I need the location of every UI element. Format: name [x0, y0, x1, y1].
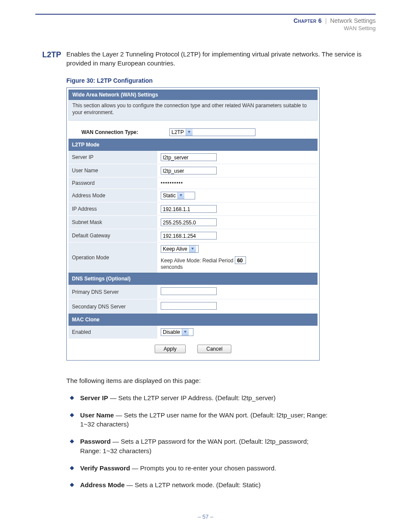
button-row: Apply Cancel — [67, 345, 319, 353]
primary-dns-input[interactable] — [161, 287, 217, 295]
address-mode-value: Static — [161, 192, 177, 199]
address-mode-label: Address Mode — [68, 189, 157, 202]
row-server-ip: Server IP l2tp_server — [68, 151, 318, 164]
secondary-dns-label: Secondary DNS Server — [68, 299, 157, 314]
form-table: L2TP Mode Server IP l2tp_server User Nam… — [68, 139, 318, 339]
subsection-label: WAN Setting — [35, 25, 376, 31]
row-password: Password •••••••••• — [68, 177, 318, 189]
figure-caption: Figure 30: L2TP Configuration — [66, 77, 376, 84]
section-l2tp-mode: L2TP Mode — [68, 139, 318, 151]
row-mac-enabled: Enabled Disable — [68, 326, 318, 339]
bullet-bold: Address Mode — [80, 481, 125, 488]
bullet-bold: Verify Password — [80, 464, 130, 472]
bullet-rest: — Prompts you to re-enter your chosen pa… — [130, 464, 276, 472]
page: Chapter 6 | Network Settings WAN Setting… — [0, 0, 411, 532]
bullet-rest: — Sets a L2TP password for the WAN port.… — [80, 438, 308, 454]
primary-dns-label: Primary DNS Server — [68, 285, 157, 299]
after-lead: The following items are displayed on thi… — [66, 376, 329, 386]
bullet-rest: — Sets the L2TP server IP Address. (Defa… — [108, 394, 276, 401]
bullet-rest: — Sets the L2TP user name for the WAN po… — [80, 411, 327, 428]
chevron-down-icon — [189, 246, 196, 252]
list-item: Server IP — Sets the L2TP server IP Addr… — [66, 393, 329, 403]
mac-enabled-label: Enabled — [68, 326, 157, 339]
section-dns-label: DNS Settings (Optional) — [68, 273, 318, 285]
bullet-bold: User Name — [80, 411, 114, 419]
bullet-list: Server IP — Sets the L2TP server IP Addr… — [66, 393, 329, 490]
list-item: User Name — Sets the L2TP user name for … — [66, 411, 329, 429]
row-subnet-mask: Subnet Mask 255.255.255.0 — [68, 216, 318, 229]
wan-connection-label: WAN Connection Type: — [68, 129, 169, 135]
header-sep: | — [324, 17, 329, 24]
wan-connection-value: L2TP — [170, 129, 186, 136]
redial-line: Keep Alive Mode: Redial Period 60 sencon… — [161, 256, 314, 270]
user-name-label: User Name — [68, 164, 157, 177]
ip-address-input[interactable]: 192.168.1.1 — [161, 205, 217, 213]
secondary-dns-input[interactable] — [161, 302, 217, 310]
row-ip-address: IP Address 192.168.1.1 — [68, 202, 318, 216]
password-input[interactable]: •••••••••• — [161, 180, 183, 186]
redial-label-pre: Keep Alive Mode: Redial Period — [161, 258, 234, 264]
chevron-down-icon — [186, 129, 193, 136]
row-operation-mode: Operation Mode Keep Alive Keep Alive Mod… — [68, 243, 318, 273]
server-ip-label: Server IP — [68, 151, 157, 164]
user-name-input[interactable]: l2tp_user — [161, 167, 217, 174]
after-text: The following items are displayed on thi… — [66, 376, 329, 490]
wan-title-bar: Wide Area Network (WAN) Settings — [68, 90, 318, 100]
mac-enabled-value: Disable — [161, 329, 182, 336]
redial-label-post: senconds — [161, 264, 183, 270]
body: L2TP Enables the Layer 2 Tunneling Proto… — [35, 50, 376, 490]
section-mac-clone: MAC Clone — [68, 314, 318, 326]
wan-connection-select[interactable]: L2TP — [169, 128, 255, 136]
wan-connection-row: WAN Connection Type: L2TP — [68, 128, 318, 136]
mac-enabled-select[interactable]: Disable — [161, 328, 193, 336]
row-user-name: User Name l2tp_user — [68, 164, 318, 177]
list-item: Address Mode — Sets a L2TP network mode.… — [66, 480, 329, 490]
list-item: Password — Sets a L2TP password for the … — [66, 437, 329, 456]
bullet-rest: — Sets a L2TP network mode. (Default: St… — [125, 481, 261, 488]
subnet-mask-input[interactable]: 255.255.255.0 — [161, 218, 217, 226]
config-screenshot: Wide Area Network (WAN) Settings This se… — [66, 87, 320, 361]
redial-period-input[interactable]: 60 — [235, 256, 246, 264]
chapter-label: Chapter 6 — [293, 17, 322, 24]
row-default-gateway: Default Gateway 192.168.1.254 — [68, 229, 318, 243]
subnet-mask-label: Subnet Mask — [68, 216, 157, 229]
bullet-bold: Password — [80, 438, 111, 445]
running-header: Chapter 6 | Network Settings WAN Setting — [35, 15, 376, 36]
default-gateway-label: Default Gateway — [68, 229, 157, 243]
chevron-down-icon — [182, 329, 189, 336]
bullet-bold: Server IP — [80, 394, 108, 401]
operation-mode-select[interactable]: Keep Alive — [161, 245, 199, 253]
section-dns: DNS Settings (Optional) — [68, 273, 318, 285]
chevron-down-icon — [177, 192, 184, 199]
list-item: Verify Password — Prompts you to re-ente… — [66, 464, 329, 473]
default-gateway-input[interactable]: 192.168.1.254 — [161, 232, 217, 240]
operation-mode-label: Operation Mode — [68, 243, 157, 273]
wan-description: This section allows you to configure the… — [68, 100, 318, 121]
row-address-mode: Address Mode Static — [68, 189, 318, 202]
operation-mode-value: Keep Alive — [161, 246, 189, 252]
ip-address-label: IP Address — [68, 202, 157, 216]
password-label: Password — [68, 177, 157, 189]
apply-button[interactable]: Apply — [155, 345, 186, 353]
server-ip-input[interactable]: l2tp_server — [161, 153, 217, 161]
section-mac-label: MAC Clone — [68, 314, 318, 326]
page-number: – 57 – — [0, 513, 411, 520]
section-label: Network Settings — [330, 17, 376, 24]
row-primary-dns: Primary DNS Server — [68, 285, 318, 299]
section-l2tp-label: L2TP Mode — [68, 139, 318, 151]
row-secondary-dns: Secondary DNS Server — [68, 299, 318, 314]
intro-text: Enables the Layer 2 Tunneling Protocol (… — [66, 50, 376, 68]
side-heading: L2TP — [35, 50, 66, 59]
address-mode-select[interactable]: Static — [161, 192, 195, 199]
intro-block: L2TP Enables the Layer 2 Tunneling Proto… — [35, 50, 376, 68]
cancel-button[interactable]: Cancel — [197, 345, 231, 353]
